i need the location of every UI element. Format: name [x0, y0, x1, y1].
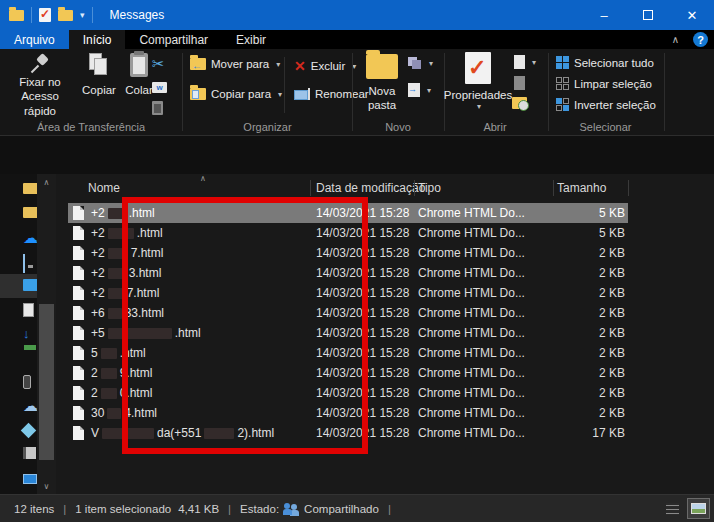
scroll-thumb[interactable] — [39, 304, 54, 460]
html-file-icon — [73, 326, 84, 340]
scroll-down-icon[interactable]: ∨ — [37, 482, 56, 491]
sidebar-item[interactable]: ↓ — [0, 322, 37, 346]
file-size: 2 KB — [555, 386, 625, 400]
sidebar-item[interactable] — [0, 250, 37, 274]
details-view-button[interactable] — [661, 498, 684, 519]
table-row[interactable]: 20.html14/03/2021 15:28Chrome HTML Do...… — [60, 383, 714, 403]
sidebar-item[interactable] — [0, 178, 37, 202]
history-icon — [512, 97, 527, 109]
nav-scrollbar[interactable]: ∧ ∨ — [37, 174, 56, 494]
new-item-button[interactable]: ▾ — [408, 83, 431, 97]
copy-to-label: Copiar para — [211, 88, 271, 100]
column-header-date[interactable]: Data de modificação — [316, 176, 425, 200]
new-folder-qat-icon[interactable] — [58, 10, 73, 21]
tab-compartilhar[interactable]: Compartilhar — [125, 30, 222, 49]
column-header-name[interactable]: Nome — [88, 176, 120, 200]
file-size: 2 KB — [555, 286, 625, 300]
clear-selection-icon — [556, 77, 569, 90]
copy-to-button[interactable]: Copiar para ▾ — [190, 88, 282, 100]
file-size: 2 KB — [555, 406, 625, 420]
column-header-size[interactable]: Tamanho — [557, 176, 606, 200]
table-row[interactable]: 5.html14/03/2021 15:28Chrome HTML Do...2… — [60, 343, 714, 363]
invert-selection-button[interactable]: Inverter seleção — [556, 98, 656, 111]
column-header-type[interactable]: Tipo — [418, 176, 441, 200]
new-item-icon — [408, 83, 420, 97]
table-row[interactable]: +27.html14/03/2021 15:28Chrome HTML Do..… — [60, 243, 714, 263]
sidebar-item[interactable] — [0, 418, 37, 442]
pin-quick-access-button[interactable]: Fixar no Acesso rápido — [4, 53, 76, 118]
delete-x-icon: ✕ — [294, 58, 306, 74]
html-file-icon — [73, 226, 84, 240]
file-type: Chrome HTML Do... — [418, 286, 525, 300]
table-row[interactable]: 304.html14/03/2021 15:28Chrome HTML Do..… — [60, 403, 714, 423]
tab-exibir[interactable]: Exibir — [222, 30, 280, 49]
sidebar-item[interactable] — [0, 466, 37, 490]
scroll-up-icon[interactable]: ∧ — [37, 178, 56, 187]
copy-path-button[interactable]: w — [152, 78, 176, 97]
table-row[interactable]: 29.html14/03/2021 15:28Chrome HTML Do...… — [60, 363, 714, 383]
file-type: Chrome HTML Do... — [418, 206, 525, 220]
titlebar: ▾ Messages – ✕ — [0, 0, 714, 30]
table-row[interactable]: +2.html14/03/2021 15:28Chrome HTML Do...… — [60, 223, 714, 243]
sidebar-item[interactable] — [0, 442, 37, 466]
thumbnails-view-button[interactable] — [687, 498, 710, 519]
folder-icon — [23, 207, 37, 218]
select-all-button[interactable]: Selecionar tudo — [556, 56, 654, 69]
redaction-block — [108, 208, 126, 219]
collapse-ribbon-icon[interactable]: ∧ — [672, 34, 679, 45]
file-date: 14/03/2021 15:28 — [316, 286, 409, 300]
group-label-new: Novo — [352, 121, 444, 133]
file-size: 2 KB — [555, 266, 625, 280]
file-name: 29.html — [91, 363, 152, 383]
table-row[interactable]: +2.html14/03/2021 15:28Chrome HTML Do...… — [60, 203, 714, 223]
sidebar-item[interactable] — [0, 274, 37, 298]
cloud-icon: ☁ — [23, 399, 37, 413]
move-to-label: Mover para — [211, 58, 269, 70]
sidebar-item[interactable] — [0, 202, 37, 226]
html-file-icon — [73, 266, 84, 280]
maximize-button[interactable] — [626, 0, 670, 30]
cut-button[interactable]: ✂ — [152, 54, 176, 73]
redaction-block — [108, 308, 122, 319]
window-title: Messages — [110, 8, 165, 22]
invert-selection-icon — [556, 98, 569, 111]
history-button[interactable] — [512, 97, 527, 109]
sidebar-item[interactable] — [0, 370, 37, 394]
tab-arquivo[interactable]: Arquivo — [0, 30, 69, 49]
table-row[interactable]: +23.html14/03/2021 15:28Chrome HTML Do..… — [60, 263, 714, 283]
qat-dropdown-icon[interactable]: ▾ — [80, 11, 85, 20]
easy-access-button[interactable]: ▾ — [408, 57, 433, 69]
app-folder-icon — [9, 10, 24, 21]
table-row[interactable]: +27.html14/03/2021 15:28Chrome HTML Do..… — [60, 283, 714, 303]
sidebar-item[interactable] — [0, 298, 37, 322]
phone-icon — [23, 375, 31, 389]
file-type: Chrome HTML Do... — [418, 266, 525, 280]
file-size: 2 KB — [555, 246, 625, 260]
chevron-down-icon: ▾ — [477, 102, 481, 112]
edit-button[interactable] — [514, 76, 525, 90]
clear-selection-button[interactable]: Limpar seleção — [556, 77, 652, 90]
move-to-button[interactable]: ← Mover para ▾ — [190, 58, 280, 70]
sidebar-item[interactable] — [0, 346, 37, 370]
delete-button[interactable]: ✕ Excluir ▾ — [294, 58, 356, 74]
file-type: Chrome HTML Do... — [418, 246, 525, 260]
new-folder-button[interactable]: Nova pasta — [358, 54, 406, 113]
open-button[interactable]: ▾ — [514, 55, 536, 69]
properties-qat-icon[interactable] — [39, 8, 51, 22]
table-row[interactable]: Vda(+5512).html14/03/2021 15:28Chrome HT… — [60, 423, 714, 443]
sidebar-item[interactable]: ☁ — [0, 394, 37, 418]
paste-shortcut-icon — [152, 101, 163, 115]
new-folder-icon — [366, 54, 398, 79]
sidebar-item[interactable]: ☁ — [0, 226, 37, 250]
close-button[interactable]: ✕ — [670, 0, 714, 30]
group-label-open: Abrir — [444, 121, 546, 133]
table-row[interactable]: +633.html14/03/2021 15:28Chrome HTML Do.… — [60, 303, 714, 323]
minimize-button[interactable]: – — [582, 0, 626, 30]
tab-inicio[interactable]: Início — [69, 30, 126, 49]
properties-button[interactable]: Propriedades ▾ — [448, 52, 508, 112]
copy-button[interactable]: Copiar — [78, 53, 120, 97]
table-row[interactable]: +5.html14/03/2021 15:28Chrome HTML Do...… — [60, 323, 714, 343]
paste-shortcut-button[interactable] — [152, 98, 176, 117]
help-icon[interactable]: ? — [693, 32, 708, 47]
maximize-icon — [643, 10, 653, 20]
